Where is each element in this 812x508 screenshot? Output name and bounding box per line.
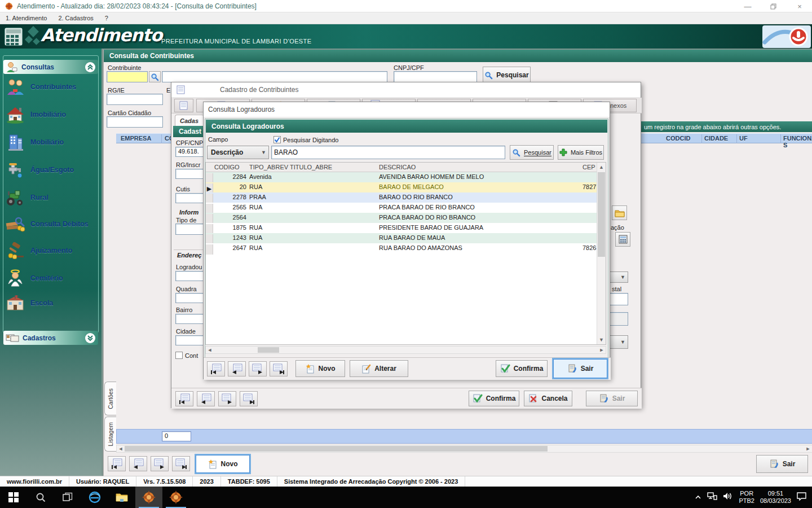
sidebar-item--gua-esgoto[interactable]: Água/Esgoto: [5, 157, 99, 182]
lg-alterar-button[interactable]: Alterar: [350, 360, 408, 377]
tab-cartoes[interactable]: Cartões: [104, 382, 116, 415]
logradouro-label: Logradou: [176, 264, 202, 270]
cad-nav-next-button[interactable]: [218, 391, 236, 406]
grid-col-uf[interactable]: UF: [739, 135, 748, 142]
logradouro-row-1243[interactable]: 1243RUARUA BARAO DE MAUA: [206, 233, 598, 243]
cadastro-dialog-titlebar[interactable]: Cadastro de Contribuintes: [171, 82, 641, 98]
tab-cadastro[interactable]: Cadas: [175, 115, 204, 126]
lg-col-cep[interactable]: CEP: [582, 164, 598, 170]
lg-nav-next-button[interactable]: [249, 361, 267, 376]
fiorilli-app-icon[interactable]: [162, 487, 189, 508]
cnpj-input[interactable]: [394, 71, 477, 82]
nav-prev-button[interactable]: [129, 456, 147, 471]
start-button[interactable]: [0, 487, 27, 508]
cad-nav-last-button[interactable]: [240, 391, 258, 406]
task-view-button[interactable]: [54, 487, 81, 508]
sidebar-item-imobili-rio[interactable]: Imobiliário: [5, 102, 99, 127]
speaker-icon[interactable]: [723, 492, 733, 502]
contribuinte-name-input[interactable]: [162, 71, 387, 82]
logradouro-row-2564[interactable]: 2564PRACA BARAO DO RIO BRANCO: [206, 213, 598, 223]
menu-help[interactable]: ?: [99, 12, 114, 24]
taskbar-search-button[interactable]: [27, 487, 54, 508]
nav-next-button[interactable]: [151, 456, 169, 471]
sair-button-main[interactable]: Sair: [756, 455, 808, 473]
grid-col-codcid[interactable]: CODCID: [666, 135, 690, 142]
lg-nav-first-button[interactable]: [207, 361, 225, 376]
count-input[interactable]: 0: [162, 431, 191, 441]
logradouro-row-2278[interactable]: 2278PRAABARAO DO RIO BRANCO: [206, 192, 598, 203]
chevron-down-icon[interactable]: [85, 333, 95, 343]
sidebar-item-contribuintes[interactable]: Contribuintes: [5, 75, 99, 99]
cartao-cidadao-input[interactable]: [107, 116, 163, 128]
calc-button[interactable]: [615, 232, 630, 247]
logradouro-row-2565[interactable]: 2565RUAPRACA BARAO DE RIO BRANCO: [206, 203, 598, 213]
fiorilli-app-active-icon[interactable]: [135, 487, 162, 508]
internet-explorer-icon[interactable]: [81, 487, 108, 508]
campo-combo[interactable]: Descrição▼: [207, 146, 269, 159]
minimize-button[interactable]: —: [735, 0, 760, 12]
grid-col-empresa[interactable]: EMPRESA: [121, 135, 151, 142]
sidebar-item-rural[interactable]: Rural: [5, 185, 99, 210]
main-h-scrollbar[interactable]: ◄ ►: [116, 445, 812, 453]
logradouro-row-2647[interactable]: 2647RUARUA BARAO DO AMAZONAS7826: [206, 243, 598, 253]
debts-icon: [5, 216, 26, 233]
cad-cancela-button[interactable]: Cancela: [524, 391, 572, 406]
sidebar-item-consulta-d-bitos[interactable]: Consulta Débitos: [5, 212, 99, 237]
maximize-button[interactable]: [761, 0, 785, 12]
file-explorer-icon[interactable]: [108, 487, 135, 508]
toolbar-small-button[interactable]: [174, 99, 193, 112]
network-icon[interactable]: [707, 492, 717, 502]
language-indicator[interactable]: PORPTB2: [739, 490, 754, 505]
lg-h-scrollbar[interactable]: ◄ ►: [205, 346, 606, 354]
cad-sair-button[interactable]: Sair: [586, 391, 638, 406]
cont-checkbox[interactable]: [175, 352, 183, 359]
contribuinte-code-input[interactable]: [107, 71, 148, 82]
lg-confirma-button[interactable]: Confirma: [496, 360, 548, 377]
grid-col-funcionai[interactable]: FUNCIONAI S: [783, 135, 812, 148]
notification-center-icon[interactable]: [797, 492, 806, 503]
cad-confirma-button[interactable]: Confirma: [469, 391, 519, 406]
cad-nav-prev-button[interactable]: [197, 391, 215, 406]
logradouro-row-2284[interactable]: 2284AvenidaAVENIDA BARAO HOMEM DE MELO: [206, 172, 598, 182]
lg-col-descricao[interactable]: DESCRICAO: [379, 164, 581, 170]
nav-last-button[interactable]: [172, 456, 190, 471]
sidebar-item-mobili-rio[interactable]: Mobiliário: [5, 130, 99, 155]
sidebar-group-cadastros[interactable]: Cadastros: [3, 331, 98, 345]
folder-button[interactable]: [612, 205, 627, 220]
lg-v-scrollbar[interactable]: ▲ ▼: [597, 163, 606, 344]
lg-nav-last-button[interactable]: [270, 361, 288, 376]
logradouro-search-input[interactable]: BARAO: [271, 146, 505, 159]
lg-novo-button[interactable]: Novo: [295, 360, 345, 377]
sidebar-item-cemit-rio[interactable]: Cemitério: [5, 266, 99, 291]
rg-ie-label: RG/IE: [108, 87, 125, 94]
pesquisar-button[interactable]: Pesquisar: [483, 67, 531, 84]
cad-nav-first-button[interactable]: [175, 391, 193, 406]
chevron-up-icon[interactable]: [85, 62, 95, 72]
logradouro-row-1875[interactable]: 1875RUAPRESIDENTE BARAO DE GUAJARA: [206, 223, 598, 233]
nav-first-button[interactable]: [108, 456, 126, 471]
sidebar-item-ajuizamento[interactable]: Ajuizamento: [5, 238, 99, 263]
tab-listagem[interactable]: Listagem: [104, 417, 116, 452]
rg-ie-input[interactable]: [107, 94, 163, 105]
sidebar-item-escola[interactable]: Escola: [5, 291, 99, 316]
clock[interactable]: 09:5108/03/2023: [760, 490, 791, 505]
lg-col-titulo_abre[interactable]: TITULO_ABRE: [290, 164, 378, 170]
menu-cadastros[interactable]: 2. Cadastros: [52, 12, 99, 24]
logradouros-dialog-titlebar[interactable]: Consulta Logradouros: [204, 102, 610, 117]
tray-chevron-up-icon[interactable]: [695, 494, 701, 501]
novo-button-main[interactable]: Novo: [196, 455, 250, 473]
grid-col-cidade[interactable]: CIDADE: [704, 135, 728, 142]
menu-atendimento[interactable]: 1. Atendimento: [0, 12, 52, 24]
lg-col-tipo_abrev[interactable]: TIPO_ABREV: [249, 164, 289, 170]
lg-col-codigo[interactable]: CODIGO: [214, 164, 247, 170]
logradouro-row-20[interactable]: ▶20RUABARAO DE MELGACO7827: [206, 182, 598, 192]
lg-pesquisar-button[interactable]: Pesquisar: [510, 145, 554, 160]
close-button[interactable]: ×: [787, 0, 812, 12]
pesquisar-digitando-checkbox[interactable]: [273, 136, 281, 143]
mais-filtros-button[interactable]: Mais Filtros: [558, 145, 604, 160]
lg-sair-button[interactable]: Sair: [553, 359, 607, 378]
sidebar-group-consultas[interactable]: Consultas: [3, 60, 98, 74]
sidebar: Consultas ContribuintesImobiliárioMobili…: [0, 49, 102, 485]
lg-nav-prev-button[interactable]: [228, 361, 246, 376]
contribuinte-lookup-button[interactable]: [149, 71, 161, 82]
